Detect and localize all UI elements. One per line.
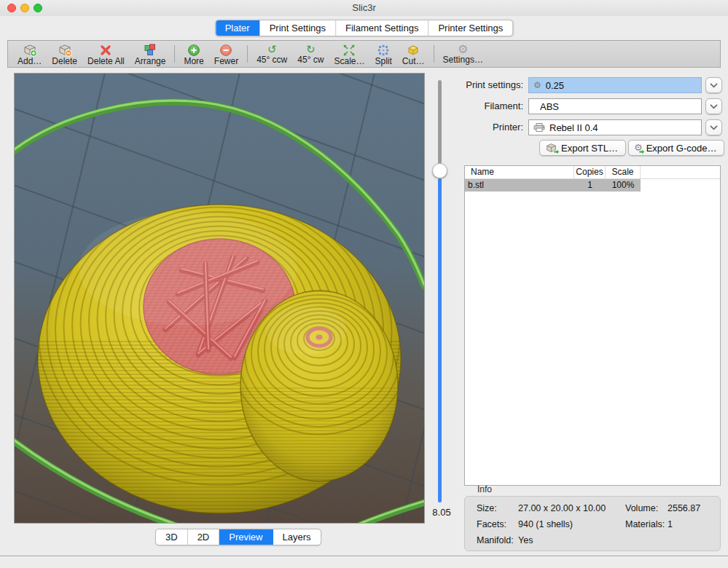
- layer-slider-track-upper[interactable]: [438, 80, 442, 164]
- export-stl-icon: [545, 143, 557, 154]
- filament-value: ABS: [540, 101, 559, 112]
- printer-combo[interactable]: Rebel II 0.4: [528, 119, 702, 135]
- rotate-cw-label: 45° cw: [297, 55, 324, 65]
- object-copies-cell: 1: [574, 179, 606, 192]
- chevron-down-icon: [710, 83, 718, 88]
- more-label: More: [184, 57, 203, 66]
- window-title: Slic3r: [0, 0, 728, 16]
- cut-button[interactable]: Cut…: [397, 42, 430, 66]
- fewer-button[interactable]: Fewer: [209, 42, 243, 66]
- split-label: Split: [375, 57, 391, 66]
- rotate-ccw-icon: ↺: [267, 44, 277, 55]
- add-label: Add…: [17, 57, 42, 66]
- add-button[interactable]: Add…: [12, 42, 47, 66]
- layer-slider-track-lower[interactable]: [438, 178, 442, 502]
- more-button[interactable]: More: [179, 42, 208, 66]
- arrange-button[interactable]: Arrange: [130, 42, 171, 66]
- tab-printer-settings[interactable]: Printer Settings: [428, 20, 512, 36]
- rotate-ccw-label: 45° ccw: [257, 55, 287, 65]
- tab-3d[interactable]: 3D: [156, 529, 188, 545]
- title-bar: Slic3r: [0, 0, 728, 16]
- column-header-scale: Scale: [606, 166, 641, 178]
- facets-label: Facets:: [477, 519, 506, 529]
- tab-preview[interactable]: Preview: [219, 529, 273, 545]
- printer-dropdown-button[interactable]: [705, 119, 722, 135]
- delete-label: Delete: [52, 57, 77, 66]
- scale-button[interactable]: Scale…: [329, 42, 369, 66]
- cut-label: Cut…: [402, 57, 425, 66]
- layer-slider-thumb[interactable]: [432, 163, 447, 178]
- volume-label: Volume:: [625, 503, 658, 513]
- settings-gear-icon: ⚙: [458, 44, 468, 55]
- facets-value: 940 (1 shells): [518, 519, 573, 529]
- toolbar-separator: [174, 45, 175, 63]
- status-bar: [0, 556, 728, 568]
- sliced-model-preview[interactable]: [15, 74, 424, 523]
- filament-label: Filament:: [450, 98, 523, 114]
- 3d-preview-viewport[interactable]: [14, 73, 425, 524]
- size-value: 27.00 x 20.00 x 10.00: [518, 503, 606, 513]
- table-row[interactable]: b.stl 1 100%: [465, 179, 641, 192]
- arrange-label: Arrange: [135, 57, 166, 66]
- manifold-value: Yes: [518, 535, 533, 545]
- more-plus-circle-icon: [187, 44, 200, 57]
- settings-button[interactable]: ⚙ Settings…: [438, 42, 488, 66]
- export-gcode-icon: ⚙: [634, 142, 643, 154]
- export-gcode-button[interactable]: ⚙ Export G-code…: [628, 140, 724, 156]
- add-package-icon: [23, 44, 37, 57]
- view-tab-bar: 3D 2D Preview Layers: [155, 529, 321, 545]
- filament-combo[interactable]: ABS: [528, 98, 702, 114]
- cut-box-icon: [406, 44, 420, 57]
- object-list-table[interactable]: Name Copies Scale b.stl 1 100%: [464, 165, 721, 486]
- delete-all-x-icon: [99, 44, 112, 57]
- plater-toolbar: Add… Delete Delete All Arrange: [7, 40, 721, 68]
- size-label: Size:: [477, 503, 497, 513]
- split-handles-icon: [377, 44, 390, 57]
- tab-filament-settings[interactable]: Filament Settings: [336, 20, 428, 36]
- rotate-cw-icon: ↻: [306, 44, 316, 55]
- printer-value: Rebel II 0.4: [549, 122, 598, 133]
- chevron-down-icon: [710, 125, 718, 130]
- gear-icon: ⚙: [533, 79, 541, 91]
- scale-arrows-icon: [343, 44, 356, 57]
- info-panel-title: Info: [477, 484, 492, 494]
- manifold-label: Manifold:: [477, 535, 514, 545]
- printer-icon: [533, 123, 545, 132]
- print-settings-value: 0.25: [546, 80, 564, 91]
- tab-layers[interactable]: Layers: [273, 529, 321, 545]
- rotate-ccw-button[interactable]: ↺ 45° ccw: [251, 42, 292, 66]
- scale-label: Scale…: [334, 57, 364, 66]
- materials-value: 1: [668, 519, 673, 529]
- export-stl-button[interactable]: Export STL…: [539, 140, 626, 156]
- fewer-minus-circle-icon: [219, 44, 232, 57]
- tab-plater[interactable]: Plater: [216, 20, 260, 36]
- main-tab-bar: Plater Print Settings Filament Settings …: [215, 20, 514, 36]
- materials-label: Materials:: [625, 519, 665, 529]
- print-settings-dropdown-button[interactable]: [705, 77, 722, 93]
- column-header-copies: Copies: [574, 166, 606, 178]
- delete-all-label: Delete All: [87, 57, 125, 66]
- green-arrow-icon: [553, 149, 560, 155]
- print-settings-label: Print settings:: [450, 77, 523, 93]
- toolbar-separator: [247, 45, 248, 63]
- tab-2d[interactable]: 2D: [188, 529, 220, 545]
- toolbar-separator: [434, 45, 434, 63]
- chevron-down-icon: [710, 104, 718, 109]
- filament-dropdown-button[interactable]: [705, 98, 722, 114]
- object-table-header: Name Copies Scale: [465, 166, 720, 179]
- rotate-cw-button[interactable]: ↻ 45° cw: [292, 42, 329, 66]
- layer-slider[interactable]: [436, 80, 444, 502]
- tab-print-settings[interactable]: Print Settings: [260, 20, 336, 36]
- print-settings-combo[interactable]: ⚙ 0.25: [528, 77, 702, 93]
- arrange-cubes-icon: [144, 44, 157, 57]
- object-name-cell: b.stl: [465, 179, 574, 192]
- split-button[interactable]: Split: [369, 42, 396, 66]
- delete-all-button[interactable]: Delete All: [82, 42, 130, 66]
- green-arrow-icon: [638, 149, 645, 155]
- export-stl-label: Export STL…: [561, 143, 618, 154]
- printer-label: Printer:: [450, 119, 523, 135]
- fewer-label: Fewer: [214, 57, 238, 66]
- delete-button[interactable]: Delete: [47, 42, 82, 66]
- column-header-name: Name: [465, 166, 574, 178]
- layer-height-value: 8.05: [426, 507, 458, 518]
